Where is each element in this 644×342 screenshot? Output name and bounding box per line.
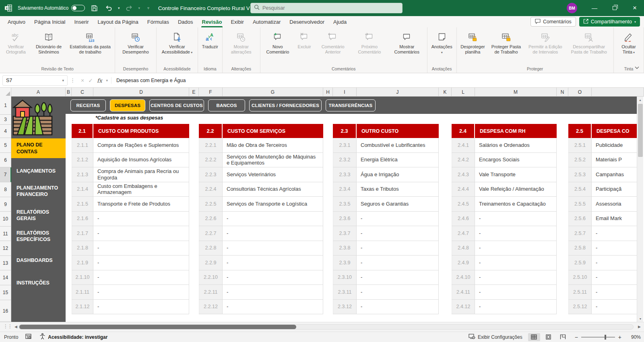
row-code-cell[interactable]: 2.4.4 [452, 182, 475, 197]
row-code-cell[interactable]: 2.5.2 [568, 153, 592, 167]
row-code-cell[interactable]: 2.1.7 [72, 226, 93, 241]
row-code-cell[interactable]: 2.3.9 [333, 255, 357, 270]
horizontal-scroll-thumb[interactable] [19, 325, 296, 329]
row-header-15[interactable]: 15 [0, 285, 11, 300]
row-desc-cell[interactable]: - [357, 300, 439, 314]
row-header-6[interactable]: 6 [0, 153, 11, 167]
row-desc-cell[interactable]: - [357, 226, 439, 241]
row-code-cell[interactable]: 2.3.8 [333, 241, 357, 255]
row-code-cell[interactable]: 2.5.10 [568, 270, 592, 285]
row-code-cell[interactable]: 2.4.11 [452, 285, 475, 299]
row-code-cell[interactable]: 2.2.5 [199, 197, 223, 211]
row-desc-cell[interactable]: - [475, 285, 557, 299]
row-code-cell[interactable]: 2.1.4 [72, 182, 93, 197]
row-code-cell[interactable]: 2.3.6 [333, 212, 357, 226]
nav-button-clientes-fornecedores[interactable]: CLIENTES / FORNECEDORES [249, 99, 322, 111]
row-code-cell[interactable]: 2.4.2 [452, 153, 475, 167]
row-code-cell[interactable]: 2.3.1 [333, 138, 357, 152]
row-header-5[interactable]: 5 [0, 138, 11, 153]
nav-button-centros-de-custos[interactable]: CENTROS DE CUSTOS [149, 99, 204, 111]
row-code-cell[interactable]: 2.5.8 [568, 241, 592, 255]
scroll-up-arrow[interactable]: ▲ [637, 97, 643, 103]
row-desc-cell[interactable]: Publicidade [592, 138, 637, 152]
nav-button-transferencias[interactable]: TRANSFERÊNCIAS [326, 99, 376, 111]
table-code[interactable]: 2.5 [568, 124, 592, 138]
row-header-3[interactable]: 3 [0, 115, 11, 125]
row-desc-cell[interactable]: Serviços de Transporte e Logística [223, 197, 323, 211]
row-code-cell[interactable]: 2.4.1 [452, 138, 475, 152]
row-desc-cell[interactable]: Seguros e Garantias [357, 197, 439, 211]
ribbon-button-proteger-pasta-de-trabalho[interactable]: Proteger Pasta de Trabalho [487, 29, 525, 66]
row-code-cell[interactable]: 2.2.9 [199, 255, 223, 270]
row-desc-cell[interactable]: Vale Refeição / Alimentação [475, 182, 557, 197]
restore-button[interactable] [605, 0, 624, 16]
row-code-cell[interactable]: 2.2.10 [199, 270, 223, 285]
row-desc-cell[interactable]: - [592, 270, 637, 285]
row-header-8[interactable]: 8 [0, 182, 11, 197]
avatar[interactable]: BM [567, 3, 577, 13]
scroll-right-arrow[interactable]: ▶ [638, 325, 641, 329]
table-title[interactable]: CUSTO COM SERVIÇOS [223, 124, 323, 138]
row-code-cell[interactable]: 2.3.5 [333, 197, 357, 211]
row-desc-cell[interactable]: - [592, 241, 637, 255]
row-desc-cell[interactable]: - [93, 285, 189, 299]
table-title[interactable]: CUSTO COM PRODUTOS [93, 124, 189, 138]
row-desc-cell[interactable]: Água e Irrigação [357, 167, 439, 182]
share-button[interactable]: Compartilhamento ▾ [579, 17, 640, 27]
row-code-cell[interactable]: 2.1.2 [72, 153, 93, 167]
row-desc-cell[interactable]: Compra de Animais para Recria ou Engorda [93, 167, 189, 182]
row-desc-cell[interactable]: Aquisição de Insumos Agrícolas [93, 153, 189, 167]
comments-button[interactable]: Comentários [530, 17, 576, 27]
row-code-cell[interactable]: 2.2.6 [199, 212, 223, 226]
sidebar-item-plano-de-contas[interactable]: PLANO DE CONTAS [11, 138, 66, 158]
row-header-16[interactable]: 16 [0, 300, 11, 322]
row-desc-cell[interactable]: Combustível e Lubrificantes [357, 138, 439, 152]
row-header-14[interactable]: 14 [0, 270, 11, 285]
sidebar-item-relatorios-especificos[interactable]: RELATÓRIOS ESPECÍFICOS [11, 228, 66, 245]
row-desc-cell[interactable]: - [592, 285, 637, 299]
row-code-cell[interactable]: 2.1.10 [72, 270, 93, 285]
row-code-cell[interactable]: 2.3.11 [333, 285, 357, 299]
row-code-cell[interactable]: 2.3.7 [333, 226, 357, 241]
vertical-scroll-thumb[interactable] [638, 104, 643, 157]
autosave-toggle[interactable] [71, 5, 85, 11]
row-code-cell[interactable]: 2.4.9 [452, 255, 475, 270]
sidebar-item-dashboards[interactable]: DASHBOARDS [11, 254, 66, 266]
scroll-down-arrow[interactable]: ▼ [637, 315, 644, 322]
row-code-cell[interactable]: 2.5.3 [568, 167, 592, 182]
quick-access-caret[interactable]: ▿ [147, 6, 149, 10]
row-desc-cell[interactable]: - [475, 226, 557, 241]
nav-button-receitas[interactable]: RECEITAS [70, 99, 106, 111]
ribbon-button-ocultar-tinta[interactable]: Ocultar Tinta ▾ [615, 29, 642, 66]
row-desc-cell[interactable]: - [93, 255, 189, 270]
column-header-J[interactable]: J [357, 88, 439, 97]
row-header-9[interactable]: 9 [0, 197, 11, 212]
row-desc-cell[interactable]: - [357, 212, 439, 226]
row-code-cell[interactable]: 2.2.4 [199, 182, 223, 197]
column-header-A[interactable]: A [11, 88, 66, 97]
tab-exibir[interactable]: Exibir [226, 17, 248, 27]
row-desc-cell[interactable]: - [357, 285, 439, 299]
row-desc-cell[interactable]: Transporte e Frete de Produtos [93, 197, 189, 211]
row-code-cell[interactable]: 2.4.6 [452, 212, 475, 226]
ribbon-button-dicionario-de-sinonimos[interactable]: Dicionário de Sinônimos [31, 29, 67, 66]
row-desc-cell[interactable]: Encargos Sociais [475, 153, 557, 167]
row-desc-cell[interactable]: Compra de Rações e Suplementos [93, 138, 189, 152]
row-desc-cell[interactable]: - [592, 300, 637, 314]
table-code[interactable]: 2.2 [199, 124, 223, 138]
row-desc-cell[interactable]: Salários e Ordenados [475, 138, 557, 152]
minimize-button[interactable]: — [585, 0, 604, 16]
row-desc-cell[interactable]: Taxas e Tributos [357, 182, 439, 197]
table-code[interactable]: 2.1 [72, 124, 93, 138]
row-desc-cell[interactable]: - [223, 300, 323, 314]
row-desc-cell[interactable]: - [475, 300, 557, 314]
row-desc-cell[interactable]: - [475, 270, 557, 285]
row-code-cell[interactable]: 2.1.3 [72, 167, 93, 182]
tab-layout-da-pagina[interactable]: Layout da Página [93, 17, 143, 27]
row-desc-cell[interactable]: - [223, 255, 323, 270]
undo-caret[interactable]: ▾ [118, 6, 120, 10]
sidebar-item-relatorios-gerais[interactable]: RELATÓRIOS GERAIS [11, 209, 66, 221]
row-desc-cell[interactable]: Consultorias Técnicas Agrícolas [223, 182, 323, 197]
scroll-left-arrow[interactable]: ◀ [14, 325, 17, 329]
zoom-slider-thumb[interactable] [605, 335, 606, 340]
